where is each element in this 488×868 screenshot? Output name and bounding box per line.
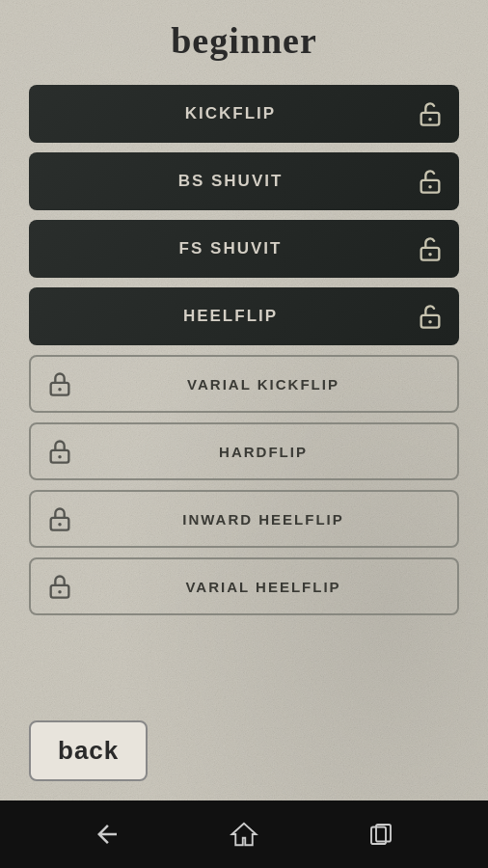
locked-icon-varial-heelflip [46,573,73,600]
locked-icon-varial-kickflip [46,370,73,397]
svg-point-13 [58,523,62,527]
trick-label-kickflip: KICKFLIP [44,104,417,123]
trick-label-varial-heelflip: VARIAL HEELFLIP [85,579,442,595]
back-button[interactable]: back [29,720,148,781]
nav-home-button[interactable] [230,820,258,849]
trick-button-inward-heelflip[interactable]: INWARD HEELFLIP [29,490,459,548]
trick-button-fs-shuvit[interactable]: FS SHUVIT [29,220,459,278]
trick-label-inward-heelflip: INWARD HEELFLIP [85,511,442,528]
page-title: beginner [29,19,459,62]
trick-label-bs-shuvit: BS SHUVIT [44,172,417,191]
android-nav-bar [0,800,488,868]
trick-button-kickflip[interactable]: KICKFLIP [29,85,459,143]
trick-button-heelflip[interactable]: HEELFLIP [29,287,459,345]
nav-recents-button[interactable] [366,820,395,849]
svg-point-3 [428,185,432,189]
locked-icon-inward-heelflip [46,505,73,532]
svg-point-5 [428,253,432,257]
svg-point-7 [428,320,432,324]
unlocked-icon-bs-shuvit [417,168,444,195]
svg-point-9 [58,388,62,392]
trick-label-fs-shuvit: FS SHUVIT [44,239,417,258]
unlocked-icon-fs-shuvit [417,235,444,262]
trick-label-hardflip: HARDFLIP [85,444,442,460]
trick-label-varial-kickflip: VARIAL KICKFLIP [85,376,442,393]
trick-list: KICKFLIP BS SHUVIT FS SHUVIT [29,85,459,705]
trick-button-hardflip[interactable]: HARDFLIP [29,422,459,480]
trick-label-heelflip: HEELFLIP [44,307,417,326]
nav-back-button[interactable] [93,820,122,849]
unlocked-icon-kickflip [417,100,444,127]
svg-point-1 [428,118,432,122]
svg-point-11 [58,455,62,459]
locked-icon-hardflip [46,438,73,465]
trick-button-varial-heelflip[interactable]: VARIAL HEELFLIP [29,557,459,615]
trick-button-varial-kickflip[interactable]: VARIAL KICKFLIP [29,355,459,413]
svg-point-15 [58,590,62,594]
trick-button-bs-shuvit[interactable]: BS SHUVIT [29,152,459,210]
unlocked-icon-heelflip [417,303,444,330]
